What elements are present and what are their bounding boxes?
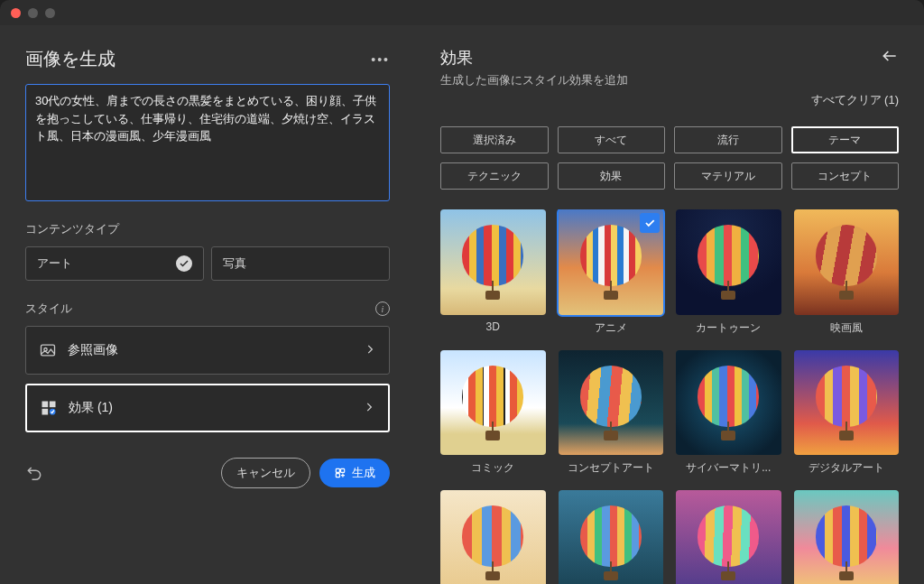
check-icon	[176, 255, 192, 272]
thumb-label: 映画風	[794, 320, 900, 336]
effect-thumb-cartoon[interactable]: カートゥーン	[676, 209, 781, 336]
effect-thumb-anime[interactable]: アニメ	[559, 209, 664, 336]
effect-thumb-cinematic[interactable]: 映画風	[794, 209, 900, 336]
info-icon[interactable]: i	[375, 301, 390, 316]
clear-all-button[interactable]: すべてクリア (1)	[811, 93, 900, 107]
back-arrow-button[interactable]	[881, 47, 899, 70]
content-type-photo-label: 写真	[223, 255, 246, 272]
thumb-label: カートゥーン	[676, 320, 781, 336]
effects-row[interactable]: 効果 (1)	[25, 384, 390, 432]
effect-thumb-geometry[interactable]: 幾何学	[559, 490, 664, 584]
effects-subtitle: 生成した画像にスタイル効果を追加	[440, 72, 628, 88]
minimize-window-button[interactable]	[28, 8, 38, 18]
svg-rect-8	[336, 474, 339, 477]
generate-button-label: 生成	[352, 465, 375, 481]
filter-all[interactable]: すべて	[558, 126, 666, 153]
effect-thumb-3d[interactable]: 3D	[440, 209, 546, 336]
content-type-art-button[interactable]: アート	[25, 246, 204, 281]
chevron-right-icon	[363, 401, 375, 416]
svg-rect-6	[336, 468, 339, 472]
effect-thumb-concept-art[interactable]: コンセプトアート	[559, 350, 664, 477]
filter-concept[interactable]: コンセプト	[791, 162, 900, 190]
effects-label: 効果 (1)	[69, 400, 352, 416]
svg-rect-2	[42, 402, 49, 408]
svg-rect-7	[341, 468, 345, 472]
maximize-window-button[interactable]	[45, 8, 55, 18]
more-options-button[interactable]: •••	[371, 52, 390, 67]
thumb-label: デジタルアート	[794, 460, 900, 476]
prompt-input[interactable]	[25, 84, 390, 201]
reference-image-label: 参照画像	[68, 342, 353, 358]
effects-grid: 3D アニメ カートゥーン 映画風 コミック コ	[440, 209, 899, 584]
effect-thumb-glitch[interactable]: グリッチグラフ...	[794, 490, 900, 584]
undo-button[interactable]	[25, 463, 43, 484]
effect-thumb-glassmorph[interactable]: グラスモーフィ...	[676, 490, 781, 584]
filter-technique[interactable]: テクニック	[440, 162, 549, 190]
effects-panel: 効果 生成した画像にスタイル効果を追加 すべてクリア (1) 選択済み すべて …	[415, 25, 924, 584]
effects-icon	[40, 399, 58, 417]
generate-button[interactable]: 生成	[319, 459, 390, 487]
chevron-right-icon	[364, 343, 376, 358]
thumb-label: コミック	[440, 460, 546, 476]
window-titlebar	[0, 0, 924, 25]
panel-title: 画像を生成	[25, 47, 116, 71]
thumb-label: 3D	[440, 320, 546, 333]
effects-title: 効果	[440, 47, 628, 69]
reference-image-row[interactable]: 参照画像	[25, 326, 390, 375]
close-window-button[interactable]	[11, 8, 21, 18]
thumb-label: サイバーマトリ...	[676, 460, 781, 476]
svg-rect-4	[42, 409, 49, 415]
filter-theme[interactable]: テーマ	[791, 126, 900, 153]
content-type-art-label: アート	[37, 255, 72, 272]
filter-popular[interactable]: 流行	[674, 126, 782, 153]
image-icon	[39, 341, 57, 359]
sparkle-icon	[334, 467, 346, 479]
filter-effect[interactable]: 効果	[558, 162, 666, 190]
selected-check-icon	[640, 213, 660, 233]
style-section-label: スタイル	[25, 301, 72, 317]
cancel-button[interactable]: キャンセル	[221, 458, 310, 488]
content-type-photo-button[interactable]: 写真	[211, 246, 390, 281]
filter-material[interactable]: マテリアル	[674, 162, 782, 190]
content-type-label: コンテンツタイプ	[25, 221, 390, 237]
effect-thumb-comic[interactable]: コミック	[440, 350, 546, 477]
generate-panel: 画像を生成 ••• コンテンツタイプ アート 写真 スタイル i	[0, 25, 415, 584]
thumb-label: アニメ	[559, 320, 664, 336]
effect-thumb-cyber-matrix[interactable]: サイバーマトリ...	[676, 350, 781, 477]
filter-selected[interactable]: 選択済み	[440, 126, 549, 153]
filter-row: 選択済み すべて 流行 テーマ テクニック 効果 マテリアル コンセプト	[440, 126, 899, 190]
svg-rect-3	[50, 402, 56, 408]
effect-thumb-digital-art[interactable]: デジタルアート	[794, 350, 900, 477]
thumb-label: コンセプトアート	[559, 460, 664, 476]
effect-thumb-flat-design[interactable]: フラットデザイン	[440, 490, 546, 584]
